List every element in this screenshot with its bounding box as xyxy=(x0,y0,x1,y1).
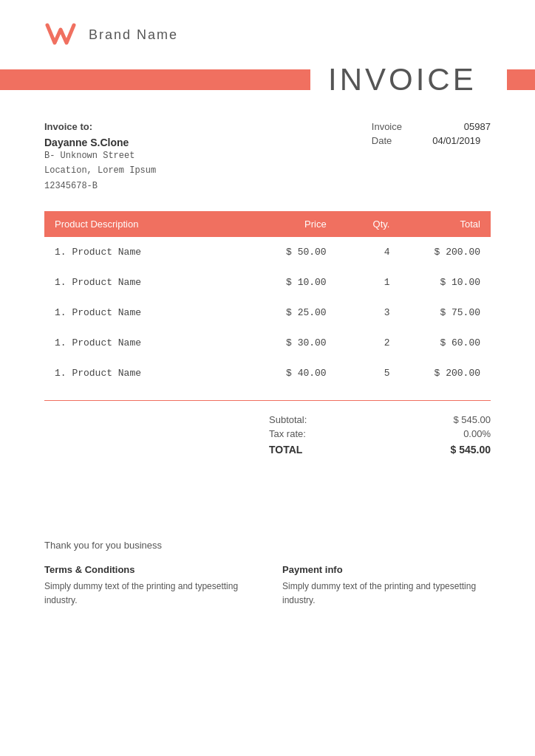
row-price: $ 30.00 xyxy=(236,337,327,348)
subtotal-value: $ 545.00 xyxy=(453,414,491,425)
tax-value: 0.00% xyxy=(463,428,491,439)
table-row: 1. Product Name $ 30.00 2 $ 60.00 xyxy=(44,328,491,358)
invoice-to-label: Invoice to: xyxy=(44,121,156,132)
row-name: 1. Product Name xyxy=(55,307,236,318)
invoice-table: Product Description Price Qty. Total 1. … xyxy=(0,211,535,388)
payment-text: Simply dummy text of the printing and ty… xyxy=(282,580,491,608)
client-name: Dayanne S.Clone xyxy=(44,137,156,148)
tax-row: Tax rate: 0.00% xyxy=(269,428,491,439)
totals-block: Subtotal: $ 545.00 Tax rate: 0.00% TOTAL… xyxy=(269,414,491,458)
invoice-page: Brand Name INVOICE Invoice to: Dayanne S… xyxy=(0,0,535,756)
col-total-header: Total xyxy=(389,219,480,230)
row-price: $ 25.00 xyxy=(236,307,327,318)
table-row: 1. Product Name $ 10.00 1 $ 10.00 xyxy=(44,267,491,298)
subtotal-row: Subtotal: $ 545.00 xyxy=(269,414,491,425)
row-price: $ 10.00 xyxy=(236,277,327,288)
col-price-header: Price xyxy=(236,219,327,230)
total-row: TOTAL $ 545.00 xyxy=(269,444,491,456)
address-line1: B- Unknown Street xyxy=(44,148,156,163)
table-row: 1. Product Name $ 50.00 4 $ 200.00 xyxy=(44,237,491,267)
row-name: 1. Product Name xyxy=(55,368,236,379)
row-qty: 2 xyxy=(327,337,390,348)
divider xyxy=(44,400,491,401)
invoice-date-row: Date 04/01/2019 xyxy=(372,135,491,146)
invoice-info-section: Invoice to: Dayanne S.Clone B- Unknown S… xyxy=(0,97,535,211)
invoice-label: Invoice xyxy=(372,121,402,132)
brand-name: Brand Name xyxy=(89,27,178,43)
row-total: $ 200.00 xyxy=(389,368,480,379)
row-total: $ 200.00 xyxy=(389,247,480,258)
logo-icon xyxy=(44,21,80,49)
invoice-title: INVOICE xyxy=(328,62,477,97)
col-description-header: Product Description xyxy=(55,219,236,230)
table-row: 1. Product Name $ 25.00 3 $ 75.00 xyxy=(44,298,491,328)
totals-section: Subtotal: $ 545.00 Tax rate: 0.00% TOTAL… xyxy=(0,388,535,473)
subtotal-label: Subtotal: xyxy=(269,414,307,425)
total-label: TOTAL xyxy=(269,444,302,456)
client-address: B- Unknown Street Location, Lorem Ipsum … xyxy=(44,148,156,193)
payment-col: Payment info Simply dummy text of the pr… xyxy=(282,564,491,608)
terms-text: Simply dummy text of the printing and ty… xyxy=(44,580,253,608)
row-qty: 5 xyxy=(327,368,390,379)
row-name: 1. Product Name xyxy=(55,337,236,348)
title-bar: INVOICE xyxy=(0,62,535,97)
accent-bar-right xyxy=(507,69,535,90)
address-line3: 12345678-B xyxy=(44,179,156,193)
address-line2: Location, Lorem Ipsum xyxy=(44,163,156,178)
row-qty: 4 xyxy=(327,247,390,258)
row-name: 1. Product Name xyxy=(55,247,236,258)
col-qty-header: Qty. xyxy=(327,219,390,230)
header: Brand Name xyxy=(0,0,535,62)
invoice-number-row: Invoice 05987 xyxy=(372,121,491,132)
row-total: $ 10.00 xyxy=(389,277,480,288)
accent-bar-left xyxy=(0,69,310,90)
table-header: Product Description Price Qty. Total xyxy=(44,211,491,237)
table-row: 1. Product Name $ 40.00 5 $ 200.00 xyxy=(44,358,491,388)
footer-columns: Terms & Conditions Simply dummy text of … xyxy=(44,564,491,608)
row-total: $ 60.00 xyxy=(389,337,480,348)
invoice-meta: Invoice 05987 Date 04/01/2019 xyxy=(372,121,491,193)
row-total: $ 75.00 xyxy=(389,307,480,318)
row-qty: 1 xyxy=(327,277,390,288)
payment-title: Payment info xyxy=(282,564,491,575)
date-value: 04/01/2019 xyxy=(421,135,480,146)
row-name: 1. Product Name xyxy=(55,277,236,288)
thank-you-text: Thank you for you business xyxy=(44,540,491,551)
terms-title: Terms & Conditions xyxy=(44,564,253,575)
row-price: $ 40.00 xyxy=(236,368,327,379)
invoice-number: 05987 xyxy=(432,121,491,132)
table-body: 1. Product Name $ 50.00 4 $ 200.00 1. Pr… xyxy=(44,237,491,388)
invoice-to-block: Invoice to: Dayanne S.Clone B- Unknown S… xyxy=(44,121,156,193)
invoice-title-block: INVOICE xyxy=(310,62,535,97)
total-value: $ 545.00 xyxy=(451,444,491,456)
date-label: Date xyxy=(372,135,392,146)
row-qty: 3 xyxy=(327,307,390,318)
footer-section: Thank you for you business Terms & Condi… xyxy=(0,473,535,630)
terms-col: Terms & Conditions Simply dummy text of … xyxy=(44,564,253,608)
row-price: $ 50.00 xyxy=(236,247,327,258)
tax-label: Tax rate: xyxy=(269,428,306,439)
